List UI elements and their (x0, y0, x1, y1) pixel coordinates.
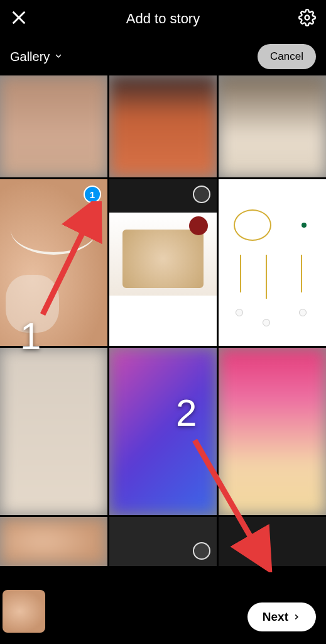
svg-point-2 (305, 16, 309, 20)
gallery-tile[interactable] (219, 179, 326, 346)
gallery-tile[interactable] (109, 517, 217, 567)
gallery-tile[interactable] (109, 75, 217, 177)
gallery-tile[interactable]: 1 (0, 179, 107, 346)
cancel-button[interactable]: Cancel (258, 44, 316, 69)
subheader: Gallery Cancel (0, 38, 326, 75)
close-icon[interactable] (10, 9, 28, 29)
next-label: Next (263, 610, 288, 624)
gallery-label: Gallery (10, 50, 50, 64)
gallery-grid: 1 (0, 75, 326, 566)
gallery-tile[interactable] (219, 348, 326, 514)
next-button[interactable]: Next (247, 602, 316, 631)
selection-badge[interactable] (193, 542, 210, 560)
gallery-tile[interactable] (0, 75, 107, 177)
gallery-tile[interactable] (219, 517, 326, 567)
chevron-down-icon (53, 50, 63, 64)
gallery-tile[interactable] (0, 348, 107, 514)
page-title: Add to story (126, 11, 200, 27)
gallery-tile[interactable] (0, 517, 107, 567)
header: Add to story (0, 0, 326, 38)
chevron-right-icon (292, 613, 301, 621)
selected-thumbnail[interactable] (3, 590, 45, 633)
gallery-dropdown[interactable]: Gallery (10, 50, 63, 64)
settings-icon[interactable] (298, 9, 316, 29)
gallery-tile[interactable] (219, 75, 326, 177)
gallery-tile[interactable] (109, 179, 217, 346)
gallery-tile[interactable] (109, 348, 217, 514)
